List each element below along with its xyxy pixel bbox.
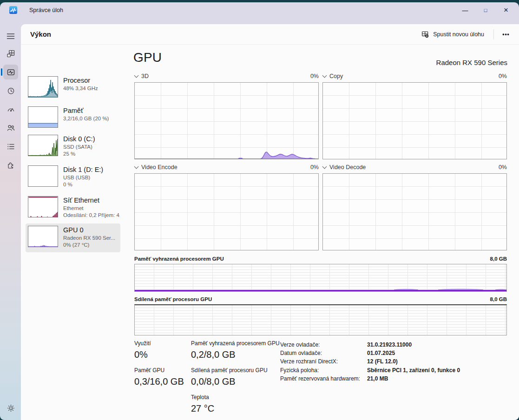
stat-value: 27 °C	[191, 402, 280, 414]
perf-item-detail: Radeon RX 590 Ser...	[63, 235, 115, 242]
sidebar-item-performance[interactable]	[3, 65, 18, 79]
stat-value: 0,2/8,0 GB	[191, 348, 280, 361]
perf-item-detail: 25 %	[63, 151, 95, 158]
perf-item-gpu[interactable]: GPU 0 Radeon RX 590 Ser... 0% (27 °C)	[26, 223, 120, 252]
detail-row: Verze ovladače: 31.0.21923.11000	[280, 341, 460, 349]
chevron-down-icon[interactable]	[134, 164, 139, 169]
detail-label: Verze ovladače:	[280, 341, 367, 349]
sidebar-item-users[interactable]	[3, 120, 18, 135]
perf-item-disk1[interactable]: Disk 1 (D: E:) USB (USB) 0 %	[26, 163, 120, 192]
dedicated-memory-series	[135, 264, 506, 291]
chevron-down-icon[interactable]	[134, 73, 139, 78]
perf-item-detail: USB (USB)	[63, 174, 103, 181]
perf-item-network[interactable]: Síť Ethernet Ethernet Odesílání: 0,2 Pří…	[26, 194, 120, 223]
detail-label: Fyzická poloha:	[280, 366, 367, 374]
detail-label: Verze rozhraní DirectX:	[280, 357, 367, 366]
chevron-down-icon[interactable]	[322, 164, 327, 169]
stat-label: Využití	[134, 340, 184, 347]
detail-value: 31.0.21923.11000	[367, 341, 412, 349]
task-manager-window: Správce úloh — □ ×	[0, 2, 519, 420]
stat-value: 0,0/8,0 GB	[191, 375, 280, 387]
stat-label: Sdílená paměť procesoru GPU	[191, 367, 280, 374]
detail-row: Datum ovladače: 01.07.2025	[280, 349, 460, 357]
chart-label: Copy	[329, 73, 343, 79]
disk0-mini-chart	[28, 135, 58, 156]
detail-row: Verze rozhraní DirectX: 12 (FL 12.0)	[280, 357, 460, 366]
close-button[interactable]: ×	[496, 2, 516, 18]
minimize-button[interactable]: —	[455, 2, 475, 18]
detail-row: Paměť rezervovaná hardwarem: 21,0 MB	[280, 374, 460, 383]
sidebar-item-services[interactable]	[3, 158, 18, 172]
network-mini-chart	[28, 196, 58, 217]
perf-item-detail: 48% 3,34 GHz	[63, 85, 98, 92]
page-title: Výkon	[30, 30, 51, 38]
sidebar-item-startup-apps[interactable]	[3, 102, 18, 117]
gpu-mini-chart	[28, 226, 58, 247]
stat-value: 0%	[134, 348, 184, 361]
memory-chart-scale: 8,0 GB	[490, 256, 507, 262]
perf-item-cpu[interactable]: Procesor 48% 3,34 GHz	[26, 74, 120, 103]
window-title: Správce úloh	[29, 7, 63, 13]
maximize-button[interactable]: □	[475, 2, 496, 18]
detail-value: 21,0 MB	[367, 374, 388, 383]
gpu-device-name: Radeon RX 590 Series	[436, 59, 507, 66]
chevron-down-icon[interactable]	[322, 73, 327, 78]
detail-value: Sběrnice PCI 1, zařízení 0, funkce 0	[367, 366, 460, 374]
perf-item-title: GPU 0	[63, 226, 115, 235]
gear-icon	[7, 404, 15, 412]
window-controls: — □ ×	[455, 2, 516, 18]
perf-item-title: Síť Ethernet	[63, 196, 120, 205]
selected-indicator	[1, 68, 2, 76]
processes-icon	[7, 50, 15, 58]
stat-label: Paměť vyhrazená procesorem GPU	[191, 340, 280, 347]
chart-3d	[134, 82, 319, 159]
settings-button[interactable]	[3, 400, 18, 415]
perf-item-memory[interactable]: Paměť 3,2/16,0 GB (20 %)	[26, 104, 120, 133]
details-icon	[7, 143, 15, 151]
memory-chart-label: Paměť vyhrazená procesorem GPU	[134, 256, 224, 262]
chart-header-video-encode: Video Encode 0%	[134, 163, 319, 171]
menu-button[interactable]	[3, 29, 18, 44]
perf-item-disk0[interactable]: Disk 0 (C:) SSD (SATA) 25 %	[26, 132, 120, 161]
perf-item-title: Disk 1 (D: E:)	[63, 165, 103, 174]
dedicated-memory-baseline	[135, 290, 506, 291]
sidebar-item-details[interactable]	[3, 139, 18, 154]
detail-label: Paměť rezervovaná hardwarem:	[280, 374, 367, 383]
perf-item-title: Procesor	[63, 76, 98, 85]
perf-item-detail: SSD (SATA)	[63, 144, 95, 151]
toolbar-divider	[493, 29, 494, 39]
maximize-icon: □	[484, 7, 487, 13]
gpu-heading: GPU	[133, 50, 162, 65]
detail-value: 01.07.2025	[367, 349, 395, 357]
run-new-task-button[interactable]: Spustit novou úlohu	[417, 28, 489, 41]
minimize-icon: —	[462, 7, 468, 14]
app-icon	[9, 6, 17, 14]
memory-chart-scale: 8,0 GB	[490, 296, 507, 302]
perf-item-title: Paměť	[63, 106, 109, 115]
chart-copy	[322, 82, 507, 159]
stat-label: Teplota	[191, 394, 280, 401]
hamburger-icon	[7, 33, 15, 39]
sidebar-item-app-history[interactable]	[3, 83, 18, 98]
startup-icon	[7, 105, 15, 113]
perf-item-detail: Odesílání: 0,2 Příjem: 4,	[63, 212, 120, 219]
sidebar-item-processes[interactable]	[3, 46, 18, 61]
chart-label: Video Decode	[329, 164, 366, 171]
run-new-task-icon	[421, 31, 429, 38]
chart-video-encode	[134, 173, 319, 250]
memory-mini-chart	[28, 106, 58, 128]
perf-item-detail: 3,2/16,0 GB (20 %)	[63, 115, 109, 122]
chart-label: Video Encode	[141, 164, 177, 171]
performance-icon	[7, 68, 15, 76]
stat-value: 0,3/16,0 GB	[134, 375, 184, 387]
services-icon	[7, 161, 15, 169]
history-icon	[7, 87, 15, 95]
chart-label: 3D	[141, 73, 149, 79]
driver-details: Verze ovladače: 31.0.21923.11000 Datum o…	[280, 341, 460, 383]
more-options-button[interactable]: •••	[499, 28, 513, 40]
memory-chart-label: Sdílená paměť procesoru GPU	[134, 296, 212, 302]
stat-label: Paměť GPU	[134, 367, 184, 374]
chart-header-video-decode: Video Decode 0%	[322, 163, 507, 171]
detail-value: 12 (FL 12.0)	[367, 357, 398, 366]
ellipsis-icon: •••	[502, 31, 510, 38]
